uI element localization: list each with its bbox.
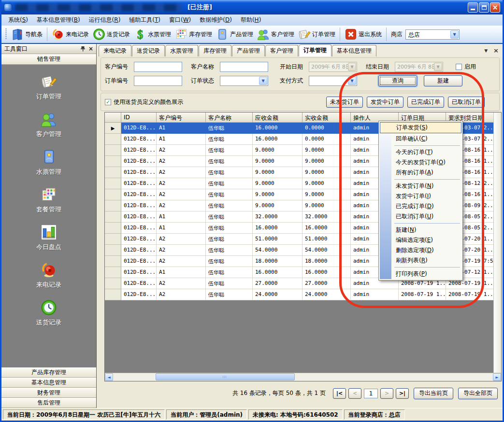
context-menu-item-未发货订单(N)[interactable]: 未发货订单(N) <box>380 181 461 191</box>
scrollbar-thumb[interactable] <box>156 373 295 380</box>
context-menu-item-删除选定项(D)[interactable]: 删除选定项(D) <box>380 245 461 255</box>
sidebar-group-产品库存管理[interactable]: 产品库存管理 <box>1 367 96 378</box>
tab-订单管理[interactable]: 订单管理 <box>299 44 331 56</box>
toolbar-button-水票管理[interactable]: $水票管理 <box>132 27 173 42</box>
order-no-input[interactable] <box>134 76 182 86</box>
enable-checkbox[interactable] <box>456 64 462 70</box>
cell-id: 012D-E8... <box>121 134 157 145</box>
context-menu-item-今天的发货订单(O)[interactable]: 今天的发货订单(O) <box>380 157 461 168</box>
column-header-应收金额[interactable]: 应收金额 <box>253 113 302 123</box>
sidebar-item-送货记录[interactable]: 送货记录 <box>36 299 61 327</box>
tab-客户管理[interactable]: 客户管理 <box>265 45 298 56</box>
sidebar-group-售后管理[interactable]: 售后管理 <box>1 398 96 408</box>
horizontal-scrollbar[interactable]: ◄ ► <box>105 373 501 381</box>
toolbar-button-库存管理[interactable]: 库存管理 <box>173 27 214 42</box>
sidebar-item-今日盘点[interactable]: 今日盘点 <box>36 224 61 252</box>
toolbar-button-产品管理[interactable]: 产品管理 <box>214 27 255 42</box>
sidebar-group-基本信息管理[interactable]: 基本信息管理 <box>1 378 96 388</box>
first-page-button[interactable]: |< <box>333 388 346 399</box>
menubar-item[interactable]: 帮助(H) <box>236 14 265 26</box>
column-header-客户编号[interactable]: 客户编号 <box>157 113 206 123</box>
column-header-ID[interactable]: ID <box>121 113 157 123</box>
context-menu-item-已取消订单(U)[interactable]: 已取消订单(U) <box>380 211 461 222</box>
filter-button-发货中订单[interactable]: 发货中订单 <box>367 97 403 108</box>
chevron-down-icon: ▼ <box>259 77 267 85</box>
toolbar-grip-icon[interactable] <box>5 28 7 40</box>
shop-select[interactable]: 总店 ▼ <box>405 29 460 40</box>
menubar-item[interactable]: 数据维护(D) <box>195 14 236 26</box>
tool-window-title: 工具窗口 <box>4 45 77 53</box>
toolbar-button-label: 订单管理 <box>312 30 335 39</box>
export-current-page-button[interactable]: 导出当前页 <box>414 388 453 399</box>
tab-产品管理[interactable]: 产品管理 <box>232 45 265 56</box>
close-button[interactable]: × <box>490 2 500 13</box>
end-date-picker[interactable]: 2009年 6月 8日 ▼ <box>395 62 443 72</box>
color-display-checkbox[interactable]: ✓ <box>105 99 111 105</box>
context-menu-item-新建(N)[interactable]: 新建(N) <box>380 225 461 235</box>
last-page-button[interactable]: >| <box>396 388 409 399</box>
toolbar-button-label: 水票管理 <box>148 30 171 39</box>
context-menu-item-发货中订单(I)[interactable]: 发货中订单(I) <box>380 191 461 201</box>
tab-水票管理[interactable]: 水票管理 <box>165 45 198 56</box>
vertical-scrollbar[interactable] <box>493 113 501 373</box>
sidebar-item-客户管理[interactable]: 客户管理 <box>36 111 61 139</box>
pin-icon[interactable] <box>80 46 86 52</box>
tab-基本信息管理[interactable]: 基本信息管理 <box>332 45 376 56</box>
toolbar-button-客户管理[interactable]: 客户管理 <box>255 27 296 42</box>
context-menu-item-编辑选定项(E)[interactable]: 编辑选定项(E) <box>380 235 461 245</box>
chevron-down-icon[interactable]: ▼ <box>450 30 459 39</box>
order-status-select[interactable]: ▼ <box>220 76 268 86</box>
query-button[interactable]: 查询 <box>378 75 417 86</box>
row-selector-cell <box>105 211 121 223</box>
filter-button-未发货订单[interactable]: 未发货订单 <box>326 97 363 108</box>
context-menu-item-所有的订单(A)[interactable]: 所有的订单(A) <box>380 168 461 178</box>
customer-name-input[interactable] <box>220 62 268 72</box>
next-page-button[interactable]: > <box>380 388 393 399</box>
column-header-实收金额[interactable]: 实收金额 <box>302 113 351 123</box>
menubar-item[interactable]: 辅助工具(T) <box>125 14 165 26</box>
start-date-picker[interactable]: 2009年 6月 8日 ▼ <box>309 62 357 72</box>
sidebar-item-来电记录[interactable]: 来电记录 <box>36 262 61 289</box>
prev-page-button[interactable]: < <box>348 388 361 399</box>
context-menu-item-回单确认(C)[interactable]: 回单确认(C) <box>380 134 461 144</box>
filter-button-已取消订单[interactable]: 已取消订单 <box>448 97 485 108</box>
menubar-item[interactable]: 运行信息(R) <box>85 14 125 26</box>
menubar-item[interactable]: 窗口(W) <box>165 14 195 26</box>
context-menu-item-已完成订单(D)[interactable]: 已完成订单(D) <box>380 201 461 211</box>
export-all-pages-button[interactable]: 导出全部页 <box>458 388 498 399</box>
scroll-left-icon[interactable]: ◄ <box>105 373 113 381</box>
context-menu-item-订单发货(S)[interactable]: 订单发货(S) <box>380 122 461 133</box>
tab-list-dropdown-icon[interactable]: ▼ <box>484 48 488 53</box>
filter-button-已完成订单[interactable]: 已完成订单 <box>407 97 444 108</box>
cell-customer_no: A2 <box>157 278 206 289</box>
toolbar-button-来电记录[interactable]: 来电记录 <box>50 27 91 42</box>
menubar-item[interactable]: 系统(S) <box>4 14 32 26</box>
page-number-input[interactable] <box>364 389 378 398</box>
tab-close-icon[interactable]: × <box>493 47 499 54</box>
toolbar-button-订单管理[interactable]: 订单管理 <box>296 27 337 42</box>
new-button[interactable]: 新建 <box>424 75 462 86</box>
minimize-button[interactable] <box>468 2 478 13</box>
tab-送货记录[interactable]: 送货记录 <box>132 45 165 56</box>
toolbar-button-送货记录[interactable]: 送货记录 <box>91 27 132 42</box>
tab-库存管理[interactable]: 库存管理 <box>199 45 231 56</box>
customer-no-input[interactable] <box>134 62 182 72</box>
sidebar-group-sales[interactable]: 销售管理 <box>1 54 96 65</box>
close-panel-icon[interactable]: × <box>88 46 93 52</box>
tab-来电记录[interactable]: 来电记录 <box>99 45 131 56</box>
scroll-right-icon[interactable]: ► <box>493 373 501 381</box>
sidebar-item-订单管理[interactable]: 订单管理 <box>36 73 61 101</box>
context-menu-item-打印列表(P)[interactable]: 打印列表(P) <box>380 269 461 279</box>
context-menu-item-刷新列表(R)[interactable]: 刷新列表(R) <box>380 255 461 266</box>
sidebar-item-套餐管理[interactable]: 套餐管理 <box>36 186 61 214</box>
toolbar-button-退出系统[interactable]: 退出系统 <box>343 27 384 42</box>
maximize-button[interactable] <box>479 2 489 13</box>
table-row[interactable]: 012D-E8...A2伍华聪24.000024.0000admin2008-0… <box>105 289 494 300</box>
sidebar-item-水票管理[interactable]: 水票管理 <box>36 149 61 176</box>
pay-method-select[interactable]: ▼ <box>309 76 357 86</box>
sidebar-group-财务管理[interactable]: 财务管理 <box>1 388 96 398</box>
toolbar-button-导航条[interactable]: 导航条 <box>9 27 44 42</box>
menubar-item[interactable]: 基本信息管理(B) <box>32 14 85 26</box>
column-header-客户名称[interactable]: 客户名称 <box>206 113 253 123</box>
context-menu-item-今天的订单(T)[interactable]: 今天的订单(T) <box>380 147 461 157</box>
